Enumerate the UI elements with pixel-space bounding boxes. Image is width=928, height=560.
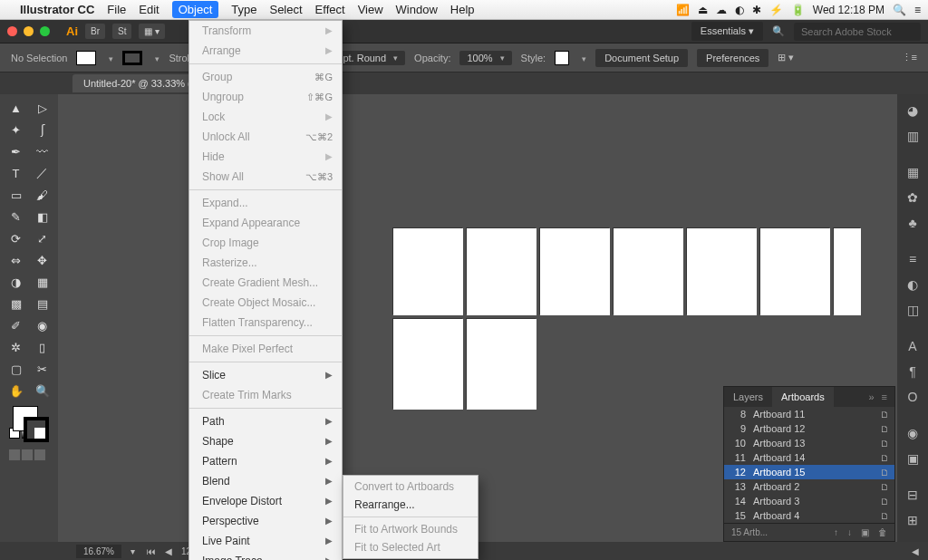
shaper-tool-icon[interactable]: ✎ — [4, 207, 28, 227]
arrange-docs-button[interactable]: ▦ ▾ — [139, 24, 165, 39]
transform-panel-icon[interactable]: ⊞ — [904, 513, 921, 527]
artboard[interactable] — [834, 228, 861, 315]
status-icon[interactable]: ☁ — [716, 4, 727, 16]
eyedropper-tool-icon[interactable]: ✐ — [4, 315, 28, 335]
artboard-list-item[interactable]: 15Artboard 4🗋 — [724, 508, 894, 523]
artboard[interactable] — [687, 228, 757, 315]
menu-select[interactable]: Select — [269, 3, 302, 16]
panel-menu-icon[interactable]: ≡ — [882, 391, 887, 402]
artboard[interactable] — [540, 228, 610, 315]
artboard-list-item[interactable]: 11Artboard 14🗋 — [724, 450, 894, 465]
bluetooth-icon[interactable]: ✱ — [752, 4, 761, 16]
artboard-list-item[interactable]: 14Artboard 3🗋 — [724, 494, 894, 508]
brushes-panel-icon[interactable]: ✿ — [904, 190, 921, 205]
menu-item-envelope-distort[interactable]: Envelope Distort▶ — [189, 491, 342, 511]
status-icon[interactable]: ◐ — [735, 4, 744, 16]
fill-dropdown[interactable] — [105, 53, 113, 63]
type-tool-icon[interactable]: T — [4, 163, 28, 183]
submenu-item-rearrange-[interactable]: Rearrange... — [343, 496, 478, 514]
stroke-dropdown[interactable] — [151, 53, 160, 63]
document-setup-button[interactable]: Document Setup — [595, 49, 688, 67]
zoom-dropdown-icon[interactable]: ▾ — [130, 546, 135, 556]
artboard[interactable] — [467, 228, 536, 315]
pen-tool-icon[interactable]: ✒ — [4, 141, 28, 161]
stroke-swatch[interactable] — [122, 51, 142, 65]
artboard[interactable] — [467, 319, 536, 410]
style-swatch[interactable] — [555, 51, 569, 65]
artboard-options-icon[interactable]: 🗋 — [880, 482, 889, 492]
menu-edit[interactable]: Edit — [139, 3, 159, 16]
preferences-button[interactable]: Preferences — [697, 49, 768, 67]
delete-artboard-icon[interactable]: 🗑 — [878, 527, 887, 537]
artboard[interactable] — [760, 228, 830, 315]
zoom-field[interactable]: 16.67% — [76, 545, 121, 558]
menu-item-live-paint[interactable]: Live Paint▶ — [189, 531, 342, 551]
zoom-tool-icon[interactable]: 🔍 — [30, 381, 54, 401]
wifi-icon[interactable]: ⚡ — [769, 4, 783, 16]
status-icon[interactable]: 📶 — [676, 4, 690, 16]
menu-effect[interactable]: Effect — [315, 3, 345, 16]
menu-window[interactable]: Window — [396, 3, 438, 16]
color-guide-icon[interactable]: ▥ — [904, 129, 921, 143]
artboard-list-item[interactable]: 13Artboard 2🗋 — [724, 479, 894, 494]
menu-item-blend[interactable]: Blend▶ — [189, 471, 342, 491]
align-panel-icon[interactable]: ⊟ — [904, 488, 921, 502]
status-icon[interactable]: ⏏ — [698, 4, 708, 16]
search-input[interactable] — [794, 23, 921, 41]
opacity-field[interactable]: 100% — [459, 51, 511, 65]
move-down-icon[interactable]: ↓ — [847, 527, 852, 537]
menu-item-path[interactable]: Path▶ — [189, 411, 342, 431]
style-dropdown[interactable] — [578, 53, 586, 63]
artboard-options-icon[interactable]: 🗋 — [880, 497, 889, 507]
spotlight-icon[interactable]: 🔍 — [893, 4, 906, 16]
symbol-sprayer-tool-icon[interactable]: ✲ — [4, 337, 28, 357]
swatches-panel-icon[interactable]: ▦ — [904, 165, 921, 179]
artboard-list-item[interactable]: 10Artboard 13🗋 — [724, 436, 894, 450]
appearance-panel-icon[interactable]: ◉ — [904, 426, 921, 440]
scale-tool-icon[interactable]: ⤢ — [30, 228, 54, 248]
fill-stroke-control[interactable] — [4, 402, 54, 453]
artboard-options-icon[interactable]: 🗋 — [880, 410, 889, 420]
prev-icon[interactable]: ◀ — [162, 546, 175, 556]
new-artboard-icon[interactable]: ▣ — [861, 527, 869, 537]
transparency-panel-icon[interactable]: ◫ — [904, 303, 921, 317]
artboard-tool-icon[interactable]: ▢ — [4, 359, 28, 379]
clock[interactable]: Wed 12:18 PM — [813, 4, 884, 16]
menu-item-perspective[interactable]: Perspective▶ — [189, 511, 342, 531]
artboard-options-icon[interactable]: 🗋 — [880, 453, 889, 463]
eraser-tool-icon[interactable]: ◧ — [30, 207, 54, 227]
scroll-left-icon[interactable]: ◀ — [912, 546, 919, 556]
rotate-tool-icon[interactable]: ⟳ — [4, 228, 28, 248]
gradient-panel-icon[interactable]: ◐ — [904, 277, 921, 292]
app-name[interactable]: Illustrator CC — [20, 3, 94, 16]
graphic-styles-panel-icon[interactable]: ▣ — [904, 451, 921, 466]
artboard[interactable] — [393, 319, 463, 410]
none-mode-icon[interactable] — [34, 428, 45, 439]
artboard-options-icon[interactable]: 🗋 — [880, 468, 889, 478]
paintbrush-tool-icon[interactable]: 🖌 — [30, 185, 54, 205]
artboard-list-item[interactable]: 8Artboard 11🗋 — [724, 407, 894, 421]
free-transform-tool-icon[interactable]: ✥ — [30, 250, 54, 270]
menu-item-shape[interactable]: Shape▶ — [189, 431, 342, 451]
lasso-tool-icon[interactable]: ʃ — [30, 120, 54, 140]
artboard[interactable] — [393, 228, 463, 315]
menu-object[interactable]: Object — [172, 1, 219, 18]
move-up-icon[interactable]: ↑ — [834, 527, 838, 537]
magic-wand-tool-icon[interactable]: ✦ — [4, 120, 28, 140]
artboard-options-icon[interactable]: 🗋 — [880, 424, 889, 434]
width-tool-icon[interactable]: ⇔ — [4, 250, 28, 270]
shape-builder-tool-icon[interactable]: ◑ — [4, 272, 28, 292]
hand-tool-icon[interactable]: ✋ — [4, 381, 28, 401]
workspace-switcher[interactable]: Essentials ▾ — [691, 22, 763, 41]
fill-swatch[interactable] — [76, 51, 96, 65]
first-icon[interactable]: ⏮ — [144, 546, 159, 556]
opentype-panel-icon[interactable]: O — [904, 390, 921, 404]
menu-file[interactable]: File — [107, 3, 126, 16]
artboard-list-item[interactable]: 12Artboard 15🗋 — [724, 465, 894, 479]
panel-menu-icon[interactable]: ⋮≡ — [902, 52, 917, 63]
curvature-tool-icon[interactable]: 〰 — [30, 141, 54, 161]
line-tool-icon[interactable]: ／ — [30, 163, 54, 183]
menu-help[interactable]: Help — [450, 3, 475, 16]
tab-artboards[interactable]: Artboards — [772, 387, 834, 407]
blend-tool-icon[interactable]: ◉ — [30, 315, 54, 335]
